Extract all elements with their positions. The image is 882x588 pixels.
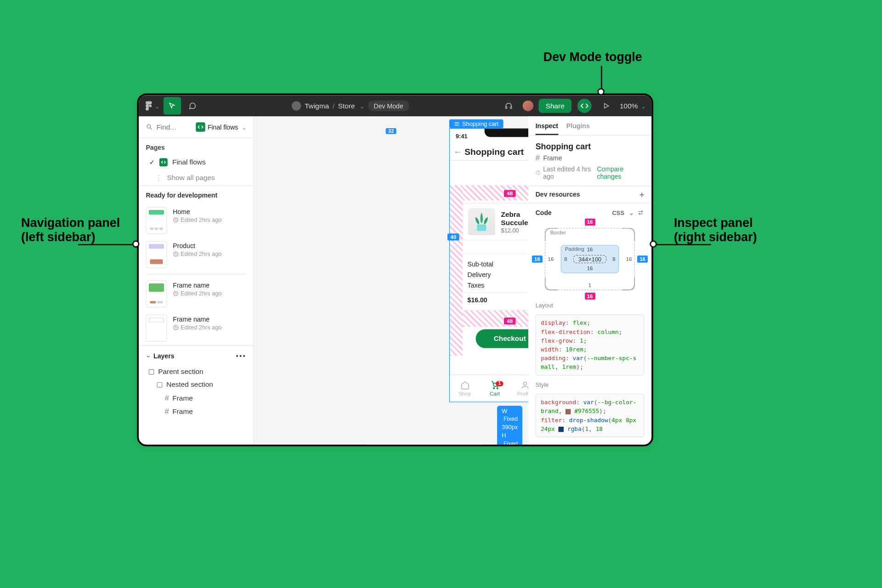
style-code[interactable]: background: var(--bg-color-brand, #97655… [536,394,645,438]
zoom-level[interactable]: 100% ⌄ [620,102,645,110]
add-resource-button[interactable]: + [639,190,644,199]
topbar: ⌄ Twigma / Store ⌄ Dev Mode Share [139,95,651,116]
page-title-bar: ← Shopping cart [450,143,528,160]
frame-icon: # [164,407,169,416]
tab-inspect[interactable]: Inspect [536,122,558,135]
annotation-line [601,66,602,90]
org-name[interactable]: Twigma [305,102,329,110]
devmode-toggle[interactable] [577,99,592,113]
show-all-pages[interactable]: ⋮ Show all pages [139,170,254,185]
spacing-label: 48 [504,190,516,197]
share-button[interactable]: Share [538,99,571,113]
css-language-selector[interactable]: CSS ⌄ [612,209,645,216]
more-icon[interactable]: ••• [236,352,246,359]
frame-label[interactable]: Shopping cart [449,119,503,128]
org-avatar [292,101,301,110]
tab-shop[interactable]: Shop [450,375,480,402]
svg-rect-2 [510,107,512,108]
mode-chip[interactable]: Dev Mode [368,101,409,111]
user-avatar[interactable] [522,100,534,112]
annotation-nav: Navigation panel (left sidebar) [21,216,120,244]
file-name[interactable]: Store [338,102,355,110]
annotation-dev: Dev Mode toggle [543,50,642,64]
svg-rect-13 [477,225,486,231]
frame-item[interactable]: Frame nameEdited 2hrs ago [139,277,254,311]
layout-code[interactable]: display: flex; flex-direction: column; f… [536,315,645,376]
svg-point-20 [639,214,640,215]
product-image [468,208,495,235]
phone-frame[interactable]: 9:41 ← Shopping cart 48 40 [449,128,528,402]
cart-item-card[interactable]: Zebra Succulent $12.00 [463,203,528,241]
svg-point-19 [641,211,643,213]
play-button[interactable] [597,97,615,114]
layout-subtitle: Layout [536,302,645,309]
svg-rect-9 [157,382,162,387]
style-subtitle: Style [536,382,645,388]
ready-section-title: Ready for development [139,185,254,204]
svg-rect-1 [505,107,507,108]
annotation-inspect: Inspect panel (right sidebar) [674,216,757,244]
layers-title: Layers [153,352,174,359]
frame-item[interactable]: HomeEdited 2hrs ago [139,204,254,237]
breadcrumb-sep: / [333,102,334,110]
page-item[interactable]: ✓ Final flows [139,155,254,170]
measurement-badge: 32 [386,128,396,134]
flow-filter-chip[interactable]: Final flows ⌄ [196,122,246,131]
settings-icon[interactable] [638,209,645,216]
svg-point-15 [497,387,498,389]
product-price: $12.00 [501,226,528,233]
layer-item[interactable]: #Frame [139,391,254,404]
dev-resources-title: Dev resources [536,191,580,198]
tab-profile[interactable]: Profile [510,375,528,402]
app-window: ⌄ Twigma / Store ⌄ Dev Mode Share [137,94,653,447]
figma-logo-button[interactable]: ⌄ [143,97,161,114]
left-sidebar: Find... Final flows ⌄ Pages ✓ Final flow… [139,116,254,444]
svg-point-16 [523,382,526,385]
spacing-label: 48 [504,317,516,324]
chevron-down-icon[interactable]: ⌄ [146,351,151,359]
checkout-button[interactable]: Checkout [476,329,528,348]
compare-changes-link[interactable]: Compare changes [597,166,645,180]
last-edited: Last edited 4 hrs ago [543,166,597,180]
status-bar: 9:41 [450,129,528,143]
svg-point-0 [149,105,152,107]
annotation-line [78,244,133,245]
frame-item[interactable]: Frame nameEdited 2hrs ago [139,311,254,345]
selection-name: Shopping cart [536,141,645,151]
frame-icon: # [164,393,169,402]
right-panel: Inspect Plugins Shopping cart #Frame Las… [528,116,651,444]
totals-section: Sub-total$12.00 Delivery$1.00 Taxes$3.00… [463,254,528,311]
layer-item[interactable]: Parent section [139,365,254,378]
svg-point-14 [493,387,494,389]
comment-tool-button[interactable] [183,97,201,114]
annotation-dot [132,241,139,248]
svg-rect-8 [149,369,154,374]
margin-highlight [450,185,463,356]
headset-icon[interactable] [500,97,517,114]
annotation-dot [650,241,656,248]
dimensions-tooltip: W Fixed 390pxH Fixed 844px [497,406,522,444]
tab-plugins[interactable]: Plugins [566,122,590,135]
spacing-label: 40 [447,233,459,240]
check-icon: ✓ [149,158,155,166]
canvas[interactable]: Shopping cart 32 9:41 ← Shopping cart [254,116,528,444]
svg-point-3 [147,124,151,128]
tab-bar: Shop 1Cart Profile Search [450,374,528,401]
frame-icon: # [536,153,540,162]
tab-cart[interactable]: 1Cart [480,375,509,402]
pages-section-title: Pages [139,138,254,155]
product-name: Zebra Succulent [501,210,528,227]
margin-highlight [463,311,528,327]
layer-item[interactable]: Nested section [139,378,254,391]
margin-highlight [463,185,528,200]
search-input[interactable]: Find... [146,123,191,131]
chevron-down-icon[interactable]: ⌄ [360,102,364,109]
back-icon[interactable]: ← [453,147,462,157]
annotation-line [656,244,711,245]
layer-item[interactable]: #Frame [139,405,254,418]
frame-item[interactable]: ProductEdited 2hrs ago [139,237,254,271]
cursor-tool-button[interactable] [164,97,181,114]
selection-type: Frame [543,154,562,161]
box-model-diagram: 16 16 16 16 Border 16 16 1 Padding 16 16 [536,221,645,297]
chevron-down-icon: ⌄ [155,102,159,109]
